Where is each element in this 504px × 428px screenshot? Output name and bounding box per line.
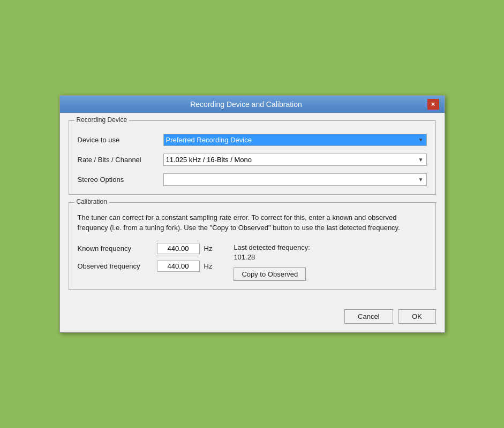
calibration-description: The tuner can correct for a constant sam…: [78, 212, 427, 233]
calibration-group: Calibration The tuner can correct for a …: [69, 202, 436, 290]
rate-select-wrapper: 11.025 kHz / 16-Bits / Mono 22.050 kHz /…: [163, 154, 427, 166]
stereo-label: Stereo Options: [78, 175, 163, 184]
rate-select[interactable]: 11.025 kHz / 16-Bits / Mono 22.050 kHz /…: [163, 154, 427, 166]
close-button[interactable]: ×: [427, 99, 439, 110]
device-label: Device to use: [78, 136, 163, 144]
rate-select-wrap: 11.025 kHz / 16-Bits / Mono 22.050 kHz /…: [163, 154, 427, 166]
observed-freq-unit: Hz: [204, 262, 213, 270]
known-freq-row: Known frequency Hz: [78, 243, 213, 254]
frequency-inputs: Known frequency Hz Observed frequency Hz: [78, 243, 213, 272]
stereo-select[interactable]: Left Channel Only Right Channel Only: [163, 173, 427, 186]
ok-button[interactable]: OK: [398, 309, 436, 324]
observed-freq-label: Observed frequency: [78, 262, 153, 270]
recording-device-group: Recording Device Device to use Preferred…: [69, 120, 436, 195]
device-select[interactable]: Preferred Recording Device Default Devic…: [163, 134, 427, 146]
device-select-wrap: Preferred Recording Device Default Devic…: [163, 134, 427, 146]
rate-bits-channel-row: Rate / Bits / Channel 11.025 kHz / 16-Bi…: [78, 154, 427, 166]
stereo-select-wrap: Left Channel Only Right Channel Only: [163, 173, 427, 186]
last-detected-value: 101.28: [234, 253, 255, 261]
calibration-group-label: Calibration: [74, 198, 109, 205]
last-detected-display: Last detected frequency: 101.28: [234, 243, 310, 262]
device-select-wrapper: Preferred Recording Device Default Devic…: [163, 134, 427, 146]
observed-freq-input[interactable]: [157, 261, 200, 272]
title-bar: Recording Device and Calibration ×: [60, 96, 445, 113]
device-to-use-row: Device to use Preferred Recording Device…: [78, 134, 427, 146]
known-freq-unit: Hz: [204, 244, 213, 253]
copy-to-observed-button[interactable]: Copy to Observed: [234, 268, 306, 281]
rate-label: Rate / Bits / Channel: [78, 156, 163, 164]
calibration-fields: Known frequency Hz Observed frequency Hz…: [78, 243, 427, 281]
known-freq-label: Known frequency: [78, 244, 153, 253]
last-detected-label: Last detected frequency:: [234, 243, 310, 251]
cancel-button[interactable]: Cancel: [344, 309, 393, 324]
known-freq-input[interactable]: [157, 243, 200, 254]
recording-device-group-label: Recording Device: [74, 116, 130, 124]
stereo-select-wrapper: Left Channel Only Right Channel Only: [163, 173, 427, 186]
dialog-footer: Cancel OK: [60, 305, 445, 332]
dialog-title: Recording Device and Calibration: [65, 100, 427, 109]
last-detected-info: Last detected frequency: 101.28 Copy to …: [234, 243, 310, 281]
dialog-window: Recording Device and Calibration × Recor…: [59, 95, 445, 333]
observed-freq-row: Observed frequency Hz: [78, 261, 213, 272]
stereo-options-row: Stereo Options Left Channel Only Right C…: [78, 173, 427, 186]
dialog-body: Recording Device Device to use Preferred…: [60, 113, 445, 305]
